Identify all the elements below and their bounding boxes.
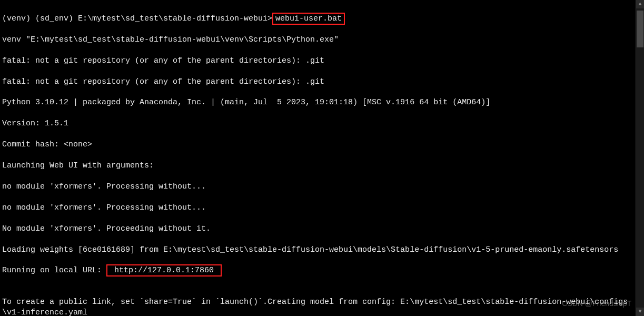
url-highlight: http://127.0.0.1:7860: [106, 264, 222, 276]
output-line: venv "E:\mytest\sd_test\stable-diffusion…: [2, 35, 633, 45]
output-line: No module 'xformers'. Proceeding without…: [2, 224, 633, 234]
scrollbar-thumb[interactable]: [637, 11, 643, 47]
output-line: Commit hash: <none>: [2, 140, 633, 150]
output-line: no module 'xformers'. Processing without…: [2, 203, 633, 213]
url-prefix: Running on local URL:: [2, 266, 106, 275]
output-line: Launching Web UI with arguments:: [2, 161, 633, 171]
vertical-scrollbar[interactable]: ▲ ▼: [636, 0, 644, 316]
output-line: Python 3.10.12 | packaged by Anaconda, I…: [2, 97, 633, 108]
prompt-prefix: (venv) (sd_env) E:\mytest\sd_test\stable…: [2, 14, 272, 23]
output-line: Version: 1.5.1: [2, 118, 633, 129]
watermark-text: CSDN @FriendshipT: [562, 299, 631, 309]
output-line: no module 'xformers'. Processing without…: [2, 182, 633, 192]
url-line: Running on local URL: http://127.0.0.1:7…: [2, 265, 633, 276]
output-line: Loading weights [6ce0161689] from E:\myt…: [2, 245, 633, 255]
output-line: fatal: not a git repository (or any of t…: [2, 77, 633, 87]
terminal-window: (venv) (sd_env) E:\mytest\sd_test\stable…: [0, 0, 644, 316]
scroll-down-arrow-icon[interactable]: ▼: [636, 308, 644, 316]
scroll-up-arrow-icon[interactable]: ▲: [636, 0, 644, 8]
output-line: To create a public link, set `share=True…: [2, 297, 633, 316]
command-highlight: webui-user.bat: [272, 13, 345, 25]
prompt-line: (venv) (sd_env) E:\mytest\sd_test\stable…: [2, 14, 633, 24]
output-line: fatal: not a git repository (or any of t…: [2, 56, 633, 66]
terminal-output[interactable]: (venv) (sd_env) E:\mytest\sd_test\stable…: [0, 0, 636, 316]
